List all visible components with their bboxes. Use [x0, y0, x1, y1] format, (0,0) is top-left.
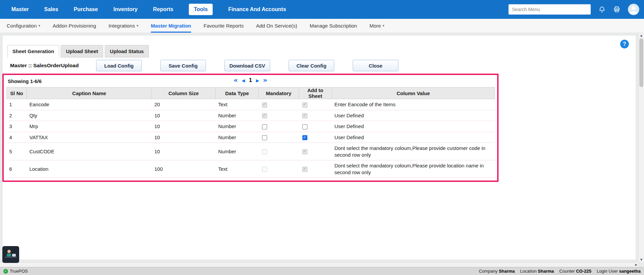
notifications-bell-icon[interactable] — [598, 6, 606, 13]
topnav-item-finance-and-accounts[interactable]: Finance And Accounts — [228, 6, 286, 12]
cell-column-value: User Defined — [332, 121, 495, 132]
vertical-scroll-thumb[interactable] — [639, 38, 643, 87]
subnav-item-add-on-service-s[interactable]: Add On Service(s) — [256, 19, 297, 33]
cell-column-size: 10 — [152, 121, 216, 132]
close-button[interactable]: Close — [353, 60, 398, 71]
current-page-number: 1 — [249, 77, 252, 83]
highlight-annotation: Showing 1-6/6 « ◀ 1 ▶ » Sl NoCaption Nam… — [2, 74, 499, 182]
status-value: sangeetha — [619, 269, 641, 274]
topnav-item-inventory[interactable]: Inventory — [113, 6, 137, 12]
cell-caption-name: CustCODE — [27, 143, 152, 160]
mandatory-checkbox — [262, 167, 267, 172]
cell-mandatory — [259, 110, 299, 121]
subnav-item-favourite-reports[interactable]: Favourite Reports — [204, 19, 244, 33]
cell-sl-no: 4 — [7, 132, 27, 143]
search-input[interactable] — [508, 4, 591, 15]
cell-data-type: Number — [216, 143, 259, 160]
status-bar: ✓ TruePOS Company SharmaLocation SharmaC… — [0, 267, 644, 275]
cell-column-value: Enter Eancode of the Items — [332, 99, 495, 110]
user-avatar[interactable] — [628, 4, 639, 15]
status-login-user: Login User sangeetha — [597, 269, 641, 274]
vertical-scrollbar[interactable]: ▲ ▼ — [638, 33, 644, 262]
scroll-right-icon[interactable]: ▶ — [635, 263, 637, 266]
toolbar: Master :: SalesOrderUpload Load ConfigSa… — [10, 60, 636, 72]
topnav-item-sales[interactable]: Sales — [44, 6, 58, 12]
topnav-item-purchase[interactable]: Purchase — [74, 6, 98, 12]
cell-sl-no: 5 — [7, 143, 27, 160]
scroll-up-icon[interactable]: ▲ — [639, 34, 644, 37]
cell-sl-no: 2 — [7, 110, 27, 121]
horizontal-scrollbar[interactable]: ▶ — [0, 262, 638, 267]
status-counter: Counter CO-225 — [559, 269, 591, 274]
subnav-item-label: Favourite Reports — [204, 23, 244, 29]
scroll-down-icon[interactable]: ▼ — [639, 258, 644, 261]
chevron-down-icon: ▾ — [38, 24, 40, 28]
column-header-sl-no: Sl No — [7, 87, 27, 99]
add-to-sheet-checkbox — [302, 103, 307, 108]
first-page-icon[interactable]: « — [233, 77, 238, 83]
grid-header-bar: Showing 1-6/6 « ◀ 1 ▶ » — [6, 76, 495, 87]
cell-caption-name: Qty — [27, 110, 152, 121]
download-csv-button[interactable]: Download CSV — [224, 60, 270, 71]
cell-add-to-sheet — [299, 110, 332, 121]
subnav-item-integrations[interactable]: Integrations▾ — [109, 19, 138, 33]
previous-page-icon[interactable]: ◀ — [242, 78, 245, 83]
topnav-right — [508, 4, 639, 15]
load-config-button[interactable]: Load Config — [96, 60, 142, 71]
cell-add-to-sheet — [299, 132, 332, 143]
cell-data-type: Number — [216, 110, 259, 121]
subnav-item-addon-provisioning[interactable]: Addon Provisioning — [53, 19, 96, 33]
subnav-item-master-migration[interactable]: Master Migration — [151, 19, 191, 33]
column-header-add-to-sheet: Add to Sheet — [299, 87, 332, 99]
subnav-item-more[interactable]: More▾ — [370, 19, 385, 33]
check-icon: ✓ — [3, 269, 8, 274]
tab-upload-status[interactable]: Upload Status — [105, 45, 149, 57]
add-to-sheet-checkbox[interactable] — [302, 124, 307, 129]
cell-data-type: Number — [216, 132, 259, 143]
main-panel: ? Sheet GenerationUpload SheetUpload Sta… — [3, 36, 636, 260]
last-page-icon[interactable]: » — [263, 77, 267, 83]
cell-add-to-sheet — [299, 160, 332, 178]
content-area: ? Sheet GenerationUpload SheetUpload Sta… — [0, 33, 638, 262]
help-button[interactable]: ? — [620, 40, 629, 48]
top-navigation-bar: MasterSalesPurchaseInventoryReportsTools… — [0, 0, 644, 19]
topnav-item-tools[interactable]: Tools — [189, 4, 213, 15]
subnav-item-label: Manage Subscription — [310, 23, 357, 29]
table-row: 4VATTAX10NumberUser Defined — [7, 132, 495, 143]
tab-sheet-generation[interactable]: Sheet Generation — [7, 45, 59, 57]
mandatory-checkbox[interactable] — [262, 124, 267, 129]
subnav-item-manage-subscription[interactable]: Manage Subscription — [310, 19, 357, 33]
status-label: Login User — [597, 269, 619, 274]
clear-config-button[interactable]: Clear Config — [289, 60, 334, 71]
printer-icon[interactable] — [613, 6, 620, 13]
column-header-column-size: Column Size — [152, 87, 216, 99]
chat-assistant-icon[interactable] — [2, 246, 19, 263]
cell-column-value: Dont select the mandatory coloum,Please … — [332, 143, 495, 160]
column-header-caption-name: Caption Name — [27, 87, 152, 99]
app-window: MasterSalesPurchaseInventoryReportsTools… — [0, 0, 644, 275]
tab-upload-sheet[interactable]: Upload Sheet — [61, 45, 103, 57]
status-value: Sharma — [538, 269, 554, 274]
subnav-items: Configuration▾Addon ProvisioningIntegrat… — [7, 19, 384, 33]
cell-column-size: 100 — [152, 160, 216, 178]
showing-count: Showing 1-6/6 — [8, 78, 42, 84]
topnav-item-reports[interactable]: Reports — [153, 6, 173, 12]
brand: ✓ TruePOS — [3, 269, 28, 274]
add-to-sheet-checkbox[interactable] — [302, 135, 307, 140]
subnav-item-configuration[interactable]: Configuration▾ — [7, 19, 40, 33]
tab-bar: Sheet GenerationUpload SheetUpload Statu… — [7, 45, 636, 57]
save-config-button[interactable]: Save Config — [160, 60, 206, 71]
subnav-item-label: Add On Service(s) — [256, 23, 297, 29]
topnav-item-master[interactable]: Master — [11, 6, 29, 12]
mandatory-checkbox[interactable] — [262, 135, 267, 140]
cell-sl-no: 6 — [7, 160, 27, 178]
topnav-items: MasterSalesPurchaseInventoryReportsTools… — [11, 4, 286, 15]
cell-caption-name: Location — [27, 160, 152, 178]
subnav-item-label: Integrations — [109, 23, 135, 29]
subnav-item-label: Configuration — [7, 23, 37, 29]
next-page-icon[interactable]: ▶ — [256, 78, 259, 83]
add-to-sheet-checkbox — [302, 113, 307, 118]
cell-add-to-sheet — [299, 99, 332, 110]
cell-column-size: 10 — [152, 132, 216, 143]
cell-column-size: 10 — [152, 110, 216, 121]
